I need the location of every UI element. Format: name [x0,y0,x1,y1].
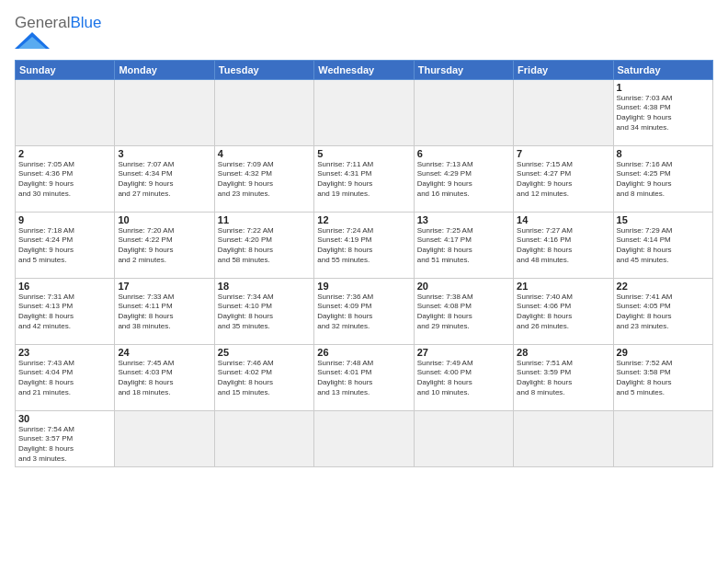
day-info: Sunrise: 7:40 AM Sunset: 4:06 PM Dayligh… [517,293,609,332]
calendar-cell: 23Sunrise: 7:43 AM Sunset: 4:04 PM Dayli… [16,344,115,410]
calendar-cell: 5Sunrise: 7:11 AM Sunset: 4:31 PM Daylig… [314,145,414,212]
calendar-cell [414,410,513,466]
logo: GeneralBlue [15,15,102,52]
day-number: 25 [218,347,311,358]
day-number: 15 [617,214,710,225]
weekday-header-monday: Monday [115,60,214,79]
day-number: 9 [18,214,111,225]
day-info: Sunrise: 7:20 AM Sunset: 4:22 PM Dayligh… [118,226,210,266]
day-info: Sunrise: 7:27 AM Sunset: 4:16 PM Dayligh… [517,226,609,266]
calendar-cell: 17Sunrise: 7:33 AM Sunset: 4:11 PM Dayli… [115,278,214,344]
day-info: Sunrise: 7:45 AM Sunset: 4:03 PM Dayligh… [118,359,210,398]
page: GeneralBlue SundayMondayTuesdayWednesday… [0,0,728,563]
calendar-cell: 29Sunrise: 7:52 AM Sunset: 3:58 PM Dayli… [613,344,712,410]
day-info: Sunrise: 7:33 AM Sunset: 4:11 PM Dayligh… [118,293,210,332]
day-info: Sunrise: 7:29 AM Sunset: 4:14 PM Dayligh… [617,226,710,266]
calendar-cell: 13Sunrise: 7:25 AM Sunset: 4:17 PM Dayli… [414,212,513,278]
day-number: 3 [118,148,210,159]
weekday-header-wednesday: Wednesday [314,60,414,79]
calendar-cell [214,410,313,466]
weekday-header-sunday: Sunday [16,60,115,79]
calendar-week-row: 9Sunrise: 7:18 AM Sunset: 4:24 PM Daylig… [16,212,713,278]
calendar-cell [115,79,214,145]
day-number: 30 [18,413,111,424]
calendar-cell: 4Sunrise: 7:09 AM Sunset: 4:32 PM Daylig… [214,145,313,212]
day-info: Sunrise: 7:52 AM Sunset: 3:58 PM Dayligh… [617,359,710,398]
day-info: Sunrise: 7:41 AM Sunset: 4:05 PM Dayligh… [617,293,710,332]
weekday-header-saturday: Saturday [613,60,712,79]
weekday-header-friday: Friday [514,60,613,79]
calendar-cell [16,79,115,145]
day-info: Sunrise: 7:16 AM Sunset: 4:25 PM Dayligh… [617,160,710,200]
day-info: Sunrise: 7:48 AM Sunset: 4:01 PM Dayligh… [317,359,410,398]
day-number: 16 [18,281,111,292]
day-number: 5 [317,148,410,159]
day-number: 24 [118,347,210,358]
day-number: 26 [317,347,410,358]
calendar-cell [115,410,214,466]
logo-icon [15,32,50,49]
weekday-header-thursday: Thursday [414,60,513,79]
day-number: 22 [617,281,710,292]
calendar-week-row: 23Sunrise: 7:43 AM Sunset: 4:04 PM Dayli… [16,344,713,410]
day-info: Sunrise: 7:54 AM Sunset: 3:57 PM Dayligh… [18,425,111,465]
calendar-cell: 14Sunrise: 7:27 AM Sunset: 4:16 PM Dayli… [514,212,613,278]
calendar-cell [514,79,613,145]
day-number: 6 [417,148,510,159]
day-info: Sunrise: 7:46 AM Sunset: 4:02 PM Dayligh… [218,359,311,398]
day-info: Sunrise: 7:18 AM Sunset: 4:24 PM Dayligh… [18,226,111,266]
calendar-cell: 22Sunrise: 7:41 AM Sunset: 4:05 PM Dayli… [613,278,712,344]
day-number: 12 [317,214,410,225]
calendar-cell: 20Sunrise: 7:38 AM Sunset: 4:08 PM Dayli… [414,278,513,344]
calendar-cell: 15Sunrise: 7:29 AM Sunset: 4:14 PM Dayli… [613,212,712,278]
day-info: Sunrise: 7:34 AM Sunset: 4:10 PM Dayligh… [218,293,311,332]
calendar-cell [613,410,712,466]
day-info: Sunrise: 7:11 AM Sunset: 4:31 PM Dayligh… [317,160,410,200]
day-info: Sunrise: 7:38 AM Sunset: 4:08 PM Dayligh… [417,293,510,332]
calendar-cell [314,79,414,145]
day-number: 20 [417,281,510,292]
calendar-cell [314,410,414,466]
day-info: Sunrise: 7:13 AM Sunset: 4:29 PM Dayligh… [417,160,510,200]
calendar-cell: 8Sunrise: 7:16 AM Sunset: 4:25 PM Daylig… [613,145,712,212]
day-number: 21 [517,281,609,292]
calendar-week-row: 1Sunrise: 7:03 AM Sunset: 4:38 PM Daylig… [16,79,713,145]
calendar-cell: 16Sunrise: 7:31 AM Sunset: 4:13 PM Dayli… [16,278,115,344]
day-number: 18 [218,281,311,292]
calendar-week-row: 16Sunrise: 7:31 AM Sunset: 4:13 PM Dayli… [16,278,713,344]
calendar-cell: 25Sunrise: 7:46 AM Sunset: 4:02 PM Dayli… [214,344,313,410]
weekday-header-tuesday: Tuesday [214,60,313,79]
calendar-cell: 18Sunrise: 7:34 AM Sunset: 4:10 PM Dayli… [214,278,313,344]
logo-blue: Blue [70,14,101,31]
calendar-cell: 30Sunrise: 7:54 AM Sunset: 3:57 PM Dayli… [16,410,115,466]
day-number: 27 [417,347,510,358]
calendar-week-row: 2Sunrise: 7:05 AM Sunset: 4:36 PM Daylig… [16,145,713,212]
day-number: 11 [218,214,311,225]
day-info: Sunrise: 7:05 AM Sunset: 4:36 PM Dayligh… [18,160,111,200]
day-number: 28 [517,347,609,358]
calendar-table: SundayMondayTuesdayWednesdayThursdayFrid… [15,60,713,467]
day-info: Sunrise: 7:09 AM Sunset: 4:32 PM Dayligh… [218,160,311,200]
calendar-cell: 24Sunrise: 7:45 AM Sunset: 4:03 PM Dayli… [115,344,214,410]
calendar-cell: 27Sunrise: 7:49 AM Sunset: 4:00 PM Dayli… [414,344,513,410]
calendar-cell: 10Sunrise: 7:20 AM Sunset: 4:22 PM Dayli… [115,212,214,278]
calendar-cell: 7Sunrise: 7:15 AM Sunset: 4:27 PM Daylig… [514,145,613,212]
day-number: 1 [617,82,710,93]
day-info: Sunrise: 7:51 AM Sunset: 3:59 PM Dayligh… [517,359,609,398]
calendar-cell: 12Sunrise: 7:24 AM Sunset: 4:19 PM Dayli… [314,212,414,278]
calendar-cell: 11Sunrise: 7:22 AM Sunset: 4:20 PM Dayli… [214,212,313,278]
day-info: Sunrise: 7:43 AM Sunset: 4:04 PM Dayligh… [18,359,111,398]
day-info: Sunrise: 7:03 AM Sunset: 4:38 PM Dayligh… [617,94,710,133]
day-number: 13 [417,214,510,225]
day-number: 17 [118,281,210,292]
day-info: Sunrise: 7:25 AM Sunset: 4:17 PM Dayligh… [417,226,510,266]
day-info: Sunrise: 7:07 AM Sunset: 4:34 PM Dayligh… [118,160,210,200]
day-number: 7 [517,148,609,159]
calendar-cell: 2Sunrise: 7:05 AM Sunset: 4:36 PM Daylig… [16,145,115,212]
day-info: Sunrise: 7:36 AM Sunset: 4:09 PM Dayligh… [317,293,410,332]
day-info: Sunrise: 7:31 AM Sunset: 4:13 PM Dayligh… [18,293,111,332]
calendar-cell [414,79,513,145]
day-number: 4 [218,148,311,159]
logo-general: General [15,14,70,31]
day-number: 14 [517,214,609,225]
